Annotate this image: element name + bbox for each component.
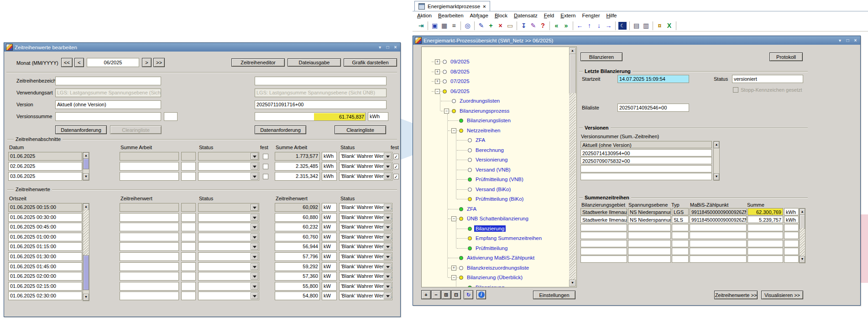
zeitreihenwert-value[interactable]: 54,800 [275, 292, 320, 300]
menu-block[interactable]: Block [495, 13, 507, 18]
scrollbar-thumb[interactable] [800, 214, 805, 229]
status-dropdown[interactable] [198, 282, 259, 291]
visualisieren-button[interactable]: Visualisieren >> [761, 291, 803, 299]
zeitreihenwert-value[interactable]: 60,232 [275, 223, 320, 231]
enter-query-icon[interactable]: ✎ [476, 21, 486, 31]
ortszeit-field[interactable]: 01.06.2025 00:30:00 [8, 213, 82, 222]
status-dropdown[interactable] [198, 262, 259, 271]
status-dropdown[interactable]: 'Blank' Wahrer Wert (... [339, 252, 392, 261]
prev-block-icon[interactable]: « [552, 21, 561, 31]
status-dropdown[interactable]: 'Blank' Wahrer Wert (... [339, 262, 392, 271]
unit-label[interactable]: kW [322, 252, 337, 261]
summe-cell[interactable] [748, 224, 783, 231]
nav-up-icon[interactable]: ↑ [585, 21, 594, 31]
ortszeit-field[interactable]: 01.06.2025 02:00:00 [8, 272, 82, 281]
scrollbar-track[interactable] [84, 209, 89, 255]
spannungsebene-cell[interactable] [628, 240, 671, 247]
list-icon[interactable]: ≡ [449, 21, 459, 31]
dropdown-arrow-icon[interactable] [384, 273, 392, 280]
insert-record-icon[interactable]: + [486, 21, 496, 31]
unit-cell[interactable] [784, 224, 799, 231]
unit-field[interactable] [181, 213, 196, 222]
bilanzierungsgebiet-cell[interactable] [580, 232, 627, 239]
unit-cell[interactable] [784, 240, 799, 247]
print-icon[interactable]: ▦ [439, 21, 449, 31]
scroll-down-icon[interactable]: ▼ [800, 256, 805, 263]
dropdown-arrow-icon[interactable] [384, 204, 392, 211]
unit-cell[interactable]: kWh [784, 216, 799, 223]
tab-energiemarktprozesse[interactable]: Energiemarktprozesse × [414, 1, 490, 11]
zeitreihenwert-value[interactable]: 56,944 [275, 242, 320, 251]
dropdown-arrow-icon[interactable] [251, 253, 258, 260]
unit-label[interactable]: kW [322, 223, 337, 231]
typ-cell[interactable]: SLS [672, 216, 689, 223]
dropdown-arrow-icon[interactable] [251, 283, 258, 290]
dropdown-arrow-icon[interactable] [251, 263, 258, 270]
dropdown-arrow-icon[interactable] [384, 253, 392, 260]
zeitreihenwert-field[interactable] [120, 272, 179, 281]
unit-cell[interactable] [784, 255, 799, 263]
delete-record-icon[interactable]: × [496, 21, 505, 31]
status-dropdown[interactable]: 'Blank' Wahrer Wert (... [339, 272, 392, 281]
ortszeit-field[interactable]: 01.06.2025 00:45:00 [8, 223, 82, 231]
ortszeit-field[interactable]: 01.06.2025 01:15:00 [8, 242, 82, 251]
dropdown-arrow-icon[interactable] [251, 292, 258, 299]
typ-cell[interactable] [672, 240, 689, 247]
unit-field[interactable] [181, 262, 196, 271]
zeitreihenwert-value[interactable]: 60,092 [275, 203, 320, 212]
status-dropdown[interactable]: 'Blank' Wahrer Wert (... [339, 223, 392, 231]
collapse-icon[interactable]: − [435, 89, 440, 94]
zeitreihenwert-field[interactable] [120, 282, 179, 291]
keys-icon[interactable]: ¤ [655, 21, 664, 31]
menu-datensatz[interactable]: Datensatz [514, 13, 538, 18]
left-window-titlebar[interactable]: Zeitreihenwerte bearbeiten ▾ □ × [4, 43, 400, 52]
zeitreihenwert-value[interactable]: 59,292 [275, 262, 320, 271]
tab-close-icon[interactable]: × [483, 4, 486, 9]
mabis-zaehlpunkt-cell[interactable]: 9911845000009000926ZN [690, 208, 747, 215]
dropdown-arrow-icon[interactable] [251, 273, 258, 280]
dropdown-arrow-icon[interactable] [384, 283, 392, 290]
status-dropdown[interactable]: 'Blank' Wahrer Wert (... [339, 203, 392, 212]
unit-label[interactable]: kW [322, 242, 337, 251]
bilanzierungsgebiet-cell[interactable]: Stadtwerke Ilmenau S [580, 208, 627, 215]
menu-abfrage[interactable]: Abfrage [470, 13, 488, 18]
status-dropdown[interactable] [198, 213, 259, 222]
status-dropdown[interactable] [198, 242, 259, 251]
next-block-icon[interactable]: » [561, 21, 571, 31]
zeitreihenwert-value[interactable]: 60,760 [275, 233, 320, 241]
ortszeit-field[interactable]: 01.06.2025 01:30:00 [8, 252, 82, 261]
menu-feld[interactable]: Feld [544, 13, 554, 18]
save-icon[interactable]: ▣ [430, 21, 439, 31]
bilanzierungsgebiet-cell[interactable] [580, 248, 627, 255]
menu-extern[interactable]: Extern [560, 13, 575, 18]
mabis-zaehlpunkt-cell[interactable] [690, 224, 747, 231]
unit-cell[interactable] [784, 232, 799, 239]
mabis-zaehlpunkt-cell[interactable] [690, 255, 747, 263]
expand-icon[interactable]: + [435, 59, 440, 64]
status-dropdown[interactable]: 'Blank' Wahrer Wert (... [339, 213, 392, 222]
scrollbar-thumb[interactable] [83, 255, 89, 290]
unit-cell[interactable]: kWh [784, 208, 799, 215]
expand-icon[interactable]: + [435, 69, 440, 74]
ortszeit-field[interactable]: 01.06.2025 02:30:00 [8, 292, 82, 300]
zeitreihenwert-field[interactable] [120, 233, 179, 241]
zeitreihenwert-value[interactable]: 57,360 [275, 272, 320, 281]
unit-field[interactable] [181, 203, 196, 212]
summe-cell[interactable] [748, 240, 783, 247]
clear-record-icon[interactable]: ▭ [505, 21, 515, 31]
typ-cell[interactable]: LGS [672, 208, 689, 215]
right-window-titlebar[interactable]: Energiemarkt-Prozessübersicht (SWI_Netz … [413, 36, 860, 45]
unit-label[interactable]: kW [322, 282, 337, 291]
bilanzierungsgebiet-cell[interactable]: Stadtwerke Ilmenau S [580, 216, 627, 223]
unit-field[interactable] [181, 223, 196, 231]
status-dropdown[interactable]: 'Blank' Wahrer Wert (... [339, 242, 392, 251]
bilanzierungsgebiet-cell[interactable] [580, 240, 627, 247]
dropdown-arrow-icon[interactable] [251, 214, 258, 221]
mabis-zaehlpunkt-cell[interactable] [690, 248, 747, 255]
edit-icon[interactable]: ✎ [528, 21, 538, 31]
mabis-zaehlpunkt-cell[interactable] [690, 240, 747, 247]
dropdown-arrow-icon[interactable] [384, 243, 392, 250]
exit-icon[interactable]: ⇥ [416, 21, 426, 31]
collapse-icon[interactable]: − [451, 216, 456, 221]
status-dropdown[interactable] [198, 203, 259, 212]
